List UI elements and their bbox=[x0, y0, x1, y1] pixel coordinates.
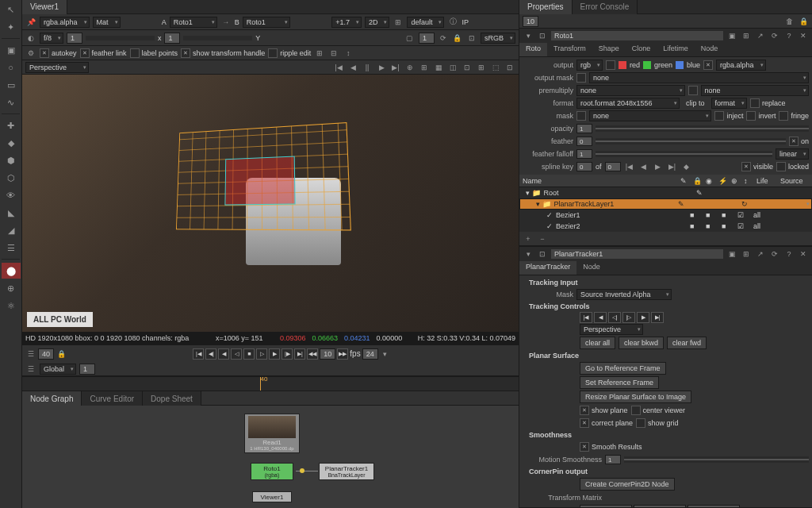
arrow-icon[interactable]: → bbox=[220, 17, 232, 28]
tab-lifetime[interactable]: Lifetime bbox=[657, 43, 695, 56]
tab-error[interactable]: Error Console bbox=[573, 0, 638, 14]
trash-icon[interactable]: 🗑 bbox=[783, 16, 795, 27]
tool-curve[interactable]: ∿ bbox=[2, 94, 21, 110]
play-back-button[interactable]: ◁ bbox=[231, 348, 242, 360]
close-icon[interactable]: ✕ bbox=[798, 248, 809, 260]
node-read[interactable]: Read1 1 HR130_040000.dp bbox=[244, 414, 300, 453]
tab-node[interactable]: Node bbox=[576, 261, 607, 275]
label-points-check[interactable]: label points bbox=[130, 48, 178, 58]
tool-tri2[interactable]: ◢ bbox=[2, 222, 21, 238]
input-a-select[interactable]: Roto1 bbox=[170, 17, 217, 28]
viewer-tab[interactable]: Viewer1 bbox=[22, 0, 67, 14]
feather-input[interactable]: 0 bbox=[576, 137, 592, 146]
track-stepback[interactable]: ◁| bbox=[608, 312, 621, 323]
node-tracker[interactable]: PlanarTracker1 BnaTrackLayer bbox=[319, 463, 374, 480]
tool-globe[interactable]: ⊕ bbox=[2, 280, 21, 296]
first-button[interactable]: |◀ bbox=[193, 348, 204, 360]
track-last[interactable]: ▶| bbox=[651, 312, 664, 323]
prev-key-button[interactable]: ◀| bbox=[205, 348, 216, 360]
track-back[interactable]: ◀ bbox=[594, 312, 607, 323]
tool-cube[interactable]: ⬢ bbox=[2, 152, 21, 168]
tool-rect[interactable]: ▭ bbox=[2, 77, 21, 93]
default-select[interactable]: default bbox=[407, 17, 444, 28]
node-graph[interactable]: Read1 1 HR130_040000.dp Roto1 (rgba) Pla… bbox=[22, 406, 519, 508]
grid-icon[interactable]: ⊞ bbox=[393, 17, 404, 28]
goto-ref-button[interactable]: Go to Reference Frame bbox=[580, 362, 666, 375]
tool-lines[interactable]: ☰ bbox=[2, 240, 21, 256]
gear-icon[interactable]: ⚙ bbox=[25, 48, 36, 59]
colorspace-select[interactable]: sRGB bbox=[481, 33, 515, 44]
tab-transform[interactable]: Transform bbox=[547, 43, 592, 56]
global-select[interactable]: Global bbox=[40, 364, 76, 375]
tab-roto[interactable]: Roto bbox=[519, 43, 547, 56]
fstop-icon[interactable]: ◐ bbox=[25, 33, 36, 44]
tool-star[interactable]: ✦ bbox=[2, 19, 21, 35]
tab-shape[interactable]: Shape bbox=[592, 43, 626, 56]
tool-circle[interactable]: ○ bbox=[2, 60, 21, 75]
tab-nodegraph[interactable]: Node Graph bbox=[22, 391, 82, 406]
dim-select[interactable]: 2D bbox=[365, 17, 390, 28]
input-b-select[interactable]: Roto1 bbox=[243, 17, 290, 28]
lock-icon[interactable]: 🔒 bbox=[452, 33, 463, 44]
lock-icon[interactable]: 🔒 bbox=[56, 348, 67, 360]
tool-cube2[interactable]: ⬡ bbox=[2, 170, 21, 186]
tab-dope[interactable]: Dope Sheet bbox=[143, 391, 201, 406]
tool-atom[interactable]: ⚛ bbox=[2, 298, 21, 314]
lock-icon[interactable]: 🔒 bbox=[798, 16, 809, 27]
track-fwd[interactable]: ▶ bbox=[637, 312, 649, 323]
last-button[interactable]: ▶| bbox=[294, 348, 305, 360]
layer-row[interactable]: ✓Bezier1 ■■■ ☑all bbox=[519, 210, 812, 221]
format-select[interactable]: root.format 2048x1556 bbox=[576, 98, 680, 109]
track-stepfwd[interactable]: |▷ bbox=[622, 312, 635, 323]
layer-row[interactable]: ✓Bezier2 ■■■ ☑all bbox=[519, 221, 812, 232]
clear-all-button[interactable]: clear all bbox=[580, 337, 615, 349]
tool-tri[interactable]: ◣ bbox=[2, 205, 21, 221]
viewport[interactable]: ALL PC World bbox=[22, 75, 519, 332]
alpha-select[interactable]: rgba.alpha bbox=[716, 60, 766, 71]
step-fwd-button[interactable]: ▶ bbox=[269, 348, 280, 360]
zoom-select[interactable]: +1.7 bbox=[331, 17, 362, 28]
close-icon[interactable]: ✕ bbox=[798, 30, 809, 41]
create-cpin-button[interactable]: Create CornerPin2D Node bbox=[580, 478, 675, 491]
pin-icon[interactable]: 📌 bbox=[25, 17, 36, 28]
autokey-check[interactable]: autokey bbox=[40, 48, 77, 58]
channel-select[interactable]: rgba.alpha bbox=[40, 17, 90, 28]
menu-icon[interactable]: ☰ bbox=[25, 348, 36, 360]
refresh-icon[interactable]: ⟳ bbox=[438, 33, 449, 44]
mask-select[interactable]: Source Inverted Alpha bbox=[576, 289, 672, 300]
tool-active[interactable]: ⬤ bbox=[2, 263, 21, 279]
tab-curve[interactable]: Curve Editor bbox=[82, 391, 143, 406]
clear-fwd-button[interactable]: clear fwd bbox=[667, 337, 707, 349]
fstop-select[interactable]: f/8 bbox=[40, 33, 63, 44]
roto-name[interactable]: Roto1 bbox=[551, 31, 723, 40]
output-select[interactable]: rgb bbox=[576, 60, 603, 71]
tool-plus[interactable]: ✚ bbox=[2, 117, 21, 133]
matte-select[interactable]: Mat bbox=[93, 17, 121, 28]
feather-slider[interactable] bbox=[596, 138, 786, 144]
node-roto[interactable]: Roto1 (rgba) bbox=[251, 463, 293, 480]
tracker-name[interactable]: PlanarTracker1 bbox=[551, 249, 723, 259]
chevron-down-icon[interactable]: ▾ bbox=[523, 30, 534, 41]
falloff-input[interactable]: 1 bbox=[576, 149, 592, 159]
exposure-input[interactable]: 1 bbox=[67, 33, 82, 44]
show-transform-check[interactable]: show transform handle bbox=[181, 48, 265, 58]
current-frame[interactable]: 10 bbox=[320, 348, 335, 360]
box-icon[interactable]: ▢ bbox=[404, 33, 416, 44]
tool-pointer[interactable]: ↖ bbox=[2, 2, 21, 17]
gamma-input[interactable]: 1 bbox=[164, 33, 180, 44]
clear-bkwd-button[interactable]: clear bkwd bbox=[619, 337, 664, 349]
falloff-slider[interactable] bbox=[596, 151, 772, 157]
opacity-input[interactable]: 1 bbox=[576, 124, 592, 133]
opacity-slider[interactable] bbox=[596, 125, 809, 132]
motion-smooth-input[interactable]: 1 bbox=[605, 455, 621, 464]
layer-row[interactable]: ▾ 📁Root ✎ bbox=[519, 187, 812, 198]
stack-icon[interactable]: ⊡ bbox=[466, 33, 477, 44]
start-frame[interactable]: 40 bbox=[38, 348, 54, 360]
set-ref-button[interactable]: Set Reference Frame bbox=[580, 376, 659, 389]
chevron-down-icon[interactable]: ▾ bbox=[523, 248, 534, 260]
layer-row[interactable]: ▾ 📁PlanarTrackLayer1 ✎↻ bbox=[519, 198, 812, 210]
tab-properties[interactable]: Properties bbox=[519, 0, 573, 14]
add-icon[interactable]: + bbox=[523, 233, 534, 244]
step-back-button[interactable]: ◀ bbox=[218, 348, 229, 360]
tab-planartracker[interactable]: PlanarTracker bbox=[519, 261, 576, 275]
